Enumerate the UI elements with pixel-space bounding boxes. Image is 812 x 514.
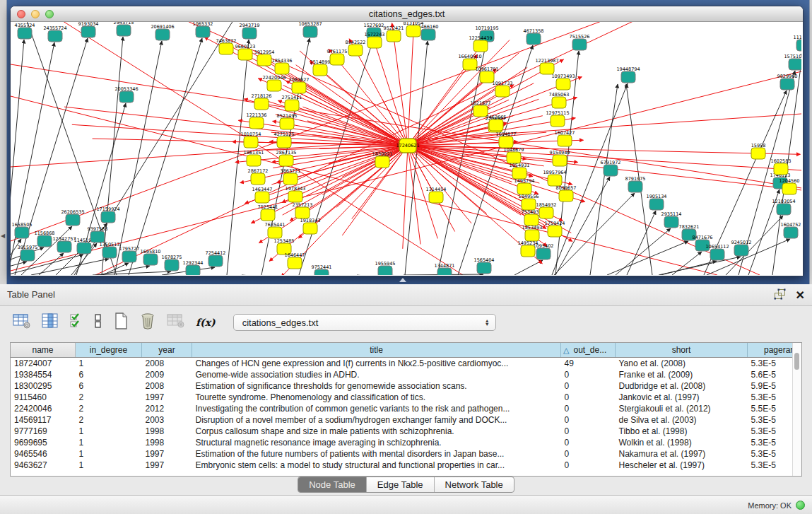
tab-node-table[interactable]: Node Table bbox=[298, 477, 366, 492]
column-header-in_degree[interactable]: in_degree bbox=[76, 343, 142, 358]
svg-text:15958: 15958 bbox=[751, 143, 766, 148]
svg-text:1065332: 1065332 bbox=[193, 22, 213, 27]
float-window-icon[interactable] bbox=[774, 288, 786, 303]
svg-text:9761175: 9761175 bbox=[327, 49, 348, 54]
node-table: namein_degreeyeartitle△ out_de...shortpa… bbox=[10, 342, 802, 477]
close-panel-icon[interactable]: ✕ bbox=[796, 289, 805, 302]
svg-text:7254412: 7254412 bbox=[206, 250, 226, 256]
table-row[interactable]: 2242004622012Investigating the contribut… bbox=[11, 403, 802, 414]
table-scrollbar[interactable] bbox=[792, 343, 801, 476]
network-window-titlebar[interactable]: citations_edges.txt bbox=[11, 6, 803, 22]
table-row[interactable]: 1830029562008Estimation of significance … bbox=[11, 380, 802, 392]
svg-text:1607427: 1607427 bbox=[555, 130, 575, 136]
svg-text:9397588: 9397588 bbox=[88, 226, 108, 232]
table-row[interactable]: 911546021997Tourette syndrome. Phenomeno… bbox=[11, 392, 802, 403]
svg-text:1156868: 1156868 bbox=[35, 230, 55, 236]
table-tabs-bar: Node TableEdge TableNetwork Table bbox=[0, 477, 812, 493]
svg-text:20053346: 20053346 bbox=[114, 86, 138, 92]
svg-text:1978343: 1978343 bbox=[286, 186, 306, 192]
function-builder-icon[interactable]: f(x) bbox=[196, 317, 216, 328]
svg-text:1861351: 1861351 bbox=[244, 150, 264, 156]
svg-text:3915975: 3915975 bbox=[18, 245, 38, 250]
table-row[interactable]: 977716911998Corpus callosum shape and si… bbox=[11, 426, 802, 437]
table-row[interactable]: 946554611997Estimation of the future num… bbox=[11, 448, 802, 460]
svg-text:1602583: 1602583 bbox=[771, 158, 792, 164]
table-row[interactable]: 946362711997Embryonic stem cells: a mode… bbox=[11, 460, 802, 471]
svg-text:1604877: 1604877 bbox=[496, 132, 517, 137]
svg-text:12342757: 12342757 bbox=[52, 236, 76, 242]
new-table-icon[interactable] bbox=[113, 313, 129, 332]
sort-ascending-icon[interactable]: △ bbox=[563, 346, 572, 354]
column-header-short[interactable]: short bbox=[616, 343, 748, 358]
svg-text:1010754: 1010754 bbox=[241, 132, 261, 137]
svg-text:4355724: 4355724 bbox=[15, 23, 35, 28]
collapse-left-icon[interactable]: ◀ bbox=[1, 233, 5, 239]
select-all-icon[interactable] bbox=[69, 313, 83, 332]
table-panel: Table Panel ✕ bbox=[0, 284, 812, 495]
svg-text:1292344: 1292344 bbox=[183, 260, 204, 266]
splitter-handle-icon[interactable] bbox=[399, 278, 406, 282]
svg-text:1604752: 1604752 bbox=[781, 222, 801, 228]
svg-text:7485063: 7485063 bbox=[549, 92, 570, 98]
svg-text:1658505: 1658505 bbox=[12, 222, 33, 228]
svg-text:9752441: 9752441 bbox=[312, 264, 332, 270]
svg-text:1695810: 1695810 bbox=[141, 249, 161, 255]
svg-text:7534932: 7534932 bbox=[522, 209, 542, 215]
svg-text:8471676: 8471676 bbox=[693, 235, 713, 240]
table-type-tabs: Node TableEdge TableNetwork Table bbox=[298, 477, 514, 493]
svg-text:22420046: 22420046 bbox=[262, 75, 286, 81]
row-height-icon[interactable] bbox=[94, 313, 102, 332]
right-collapse-strip[interactable] bbox=[809, 0, 812, 284]
svg-text:6791972: 6791972 bbox=[601, 160, 621, 165]
table-selector-dropdown[interactable]: citations_edges.txt ▲▼ bbox=[233, 314, 496, 331]
svg-text:1955945: 1955945 bbox=[375, 261, 396, 267]
svg-text:1854932: 1854932 bbox=[536, 202, 557, 208]
scrollbar-thumb[interactable] bbox=[794, 353, 799, 370]
import-table-icon bbox=[167, 313, 185, 332]
svg-text:2083927: 2083927 bbox=[289, 77, 310, 83]
svg-text:7635441: 7635441 bbox=[265, 222, 286, 228]
table-row[interactable]: 969969511998Structural magnetic resonanc… bbox=[11, 437, 802, 448]
svg-text:9660123: 9660123 bbox=[235, 44, 256, 49]
svg-text:1253485: 1253485 bbox=[274, 238, 295, 244]
svg-text:1527602: 1527602 bbox=[364, 23, 384, 28]
table-row[interactable]: 1456911722003Disruption of a novel membe… bbox=[11, 414, 802, 426]
tab-edge-table[interactable]: Edge Table bbox=[366, 477, 434, 492]
network-canvas[interactable]: 4355724243557249193034294371520691406106… bbox=[11, 22, 801, 275]
column-chooser-icon[interactable] bbox=[42, 313, 59, 332]
svg-text:2943719: 2943719 bbox=[240, 23, 260, 28]
column-header-year[interactable]: year bbox=[142, 343, 192, 358]
column-header-title[interactable]: title bbox=[192, 343, 561, 358]
svg-text:8791975: 8791975 bbox=[625, 176, 646, 182]
column-header-out_de[interactable]: △ out_de... bbox=[561, 343, 616, 358]
svg-text:1495794: 1495794 bbox=[514, 178, 535, 184]
svg-text:3863721: 3863721 bbox=[281, 168, 301, 174]
svg-text:1221336: 1221336 bbox=[247, 112, 267, 118]
svg-text:8942522: 8942522 bbox=[346, 40, 366, 45]
svg-text:8521495: 8521495 bbox=[277, 113, 298, 119]
table-row[interactable]: 1872400712008Changes of HCN gene express… bbox=[11, 358, 802, 370]
svg-text:10973493: 10973493 bbox=[551, 74, 575, 79]
svg-text:2867135: 2867135 bbox=[276, 150, 297, 156]
network-window: citations_edges.txt 43557242435572491930… bbox=[10, 6, 804, 276]
table-header-row: namein_degreeyeartitle△ out_de...shortpa… bbox=[11, 343, 802, 358]
svg-text:4671358: 4671358 bbox=[524, 28, 544, 34]
svg-text:2514899: 2514899 bbox=[310, 59, 331, 65]
left-collapse-strip[interactable]: ◀ bbox=[0, 0, 7, 284]
column-header-name[interactable]: name bbox=[11, 343, 76, 358]
graph-nodes[interactable]: 4355724243557249193034294371520691406106… bbox=[12, 22, 801, 275]
window-title: citations_edges.txt bbox=[11, 6, 803, 21]
svg-text:1091733: 1091733 bbox=[493, 81, 513, 86]
svg-text:2867172: 2867172 bbox=[248, 168, 269, 174]
tab-network-table[interactable]: Network Table bbox=[434, 477, 514, 492]
svg-text:3912954: 3912954 bbox=[254, 49, 275, 55]
table-settings-icon[interactable] bbox=[13, 313, 31, 332]
svg-text:7515526: 7515526 bbox=[570, 34, 590, 40]
svg-text:1646447: 1646447 bbox=[285, 252, 305, 258]
table-row[interactable]: 1938455462009Genome-wide association stu… bbox=[11, 369, 802, 380]
svg-text:1849556: 1849556 bbox=[519, 194, 539, 199]
table-panel-header: Table Panel ✕ bbox=[0, 284, 812, 306]
delete-table-icon[interactable] bbox=[139, 313, 156, 332]
svg-text:1565404: 1565404 bbox=[474, 257, 495, 263]
svg-text:1854336: 1854336 bbox=[272, 58, 293, 64]
